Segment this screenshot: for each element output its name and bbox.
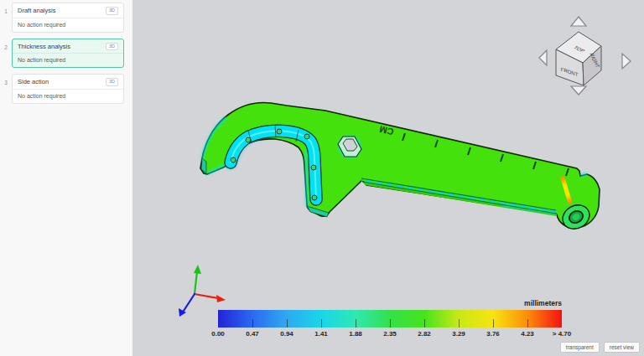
- analysis-card-draft[interactable]: Draft analysis 3D No action required: [12, 3, 124, 33]
- transparent-button[interactable]: transparent: [560, 342, 600, 353]
- part-model[interactable]: CM: [200, 103, 600, 234]
- legend-label: 1.41: [314, 330, 328, 338]
- analysis-status: No action required: [13, 18, 123, 32]
- analysis-title: Thickness analysis: [18, 43, 70, 50]
- legend-tick: [527, 319, 528, 328]
- rotate-down-button[interactable]: [571, 86, 586, 95]
- legend-label: 0.00: [211, 330, 225, 338]
- analysis-sidebar: 1 Draft analysis 3D No action required 2…: [0, 0, 132, 356]
- legend-label: 3.76: [486, 330, 500, 338]
- 3d-badge: 3D: [106, 7, 118, 15]
- analysis-row-side-action: 3 Side action 3D No action required: [0, 74, 132, 104]
- legend-tick: [459, 319, 460, 328]
- analysis-card-side-action[interactable]: Side action 3D No action required: [12, 74, 124, 104]
- rotate-left-button[interactable]: [539, 50, 547, 65]
- legend-label: 0.47: [246, 330, 259, 338]
- legend-labels: 0.00 0.47 0.94 1.41 1.88 2.35 2.82 3.29 …: [218, 330, 562, 340]
- 3d-viewport[interactable]: CM: [132, 0, 644, 356]
- view-actions: transparent reset view: [560, 342, 640, 353]
- view-cube[interactable]: TOP FRONT RIGHT: [538, 10, 639, 99]
- analysis-title: Side action: [18, 78, 49, 85]
- analysis-status: No action required: [13, 54, 123, 67]
- thickness-legend: millimeters 0.00 0.47 0.94 1.41 1.88 2.3…: [218, 299, 562, 340]
- legend-label: 1.88: [349, 330, 362, 338]
- legend-gradient-bar: [218, 310, 562, 328]
- legend-label: > 4.70: [553, 330, 571, 338]
- legend-label: 2.82: [418, 330, 431, 338]
- legend-unit-label: millimeters: [524, 299, 562, 307]
- analysis-card-thickness[interactable]: Thickness analysis 3D No action required: [12, 39, 124, 69]
- analysis-number: 1: [0, 3, 12, 33]
- analysis-row-thickness: 2 Thickness analysis 3D No action requir…: [0, 39, 132, 69]
- 3d-badge: 3D: [106, 43, 118, 51]
- analysis-number: 3: [0, 74, 12, 104]
- legend-tick: [287, 319, 288, 328]
- legend-tick: [424, 319, 425, 328]
- legend-label: 4.23: [521, 330, 534, 338]
- legend-tick: [493, 319, 494, 328]
- analysis-number: 2: [0, 39, 12, 69]
- reset-view-button[interactable]: reset view: [604, 342, 640, 353]
- legend-tick: [356, 319, 356, 328]
- legend-tick: [321, 319, 322, 328]
- analysis-status: No action required: [13, 90, 123, 103]
- analysis-title: Draft analysis: [18, 7, 55, 14]
- legend-tick: [390, 319, 391, 328]
- rotate-up-button[interactable]: [571, 17, 586, 26]
- analysis-row-draft: 1 Draft analysis 3D No action required: [0, 3, 132, 33]
- legend-label: 3.29: [452, 330, 465, 338]
- rotate-right-button[interactable]: [622, 54, 631, 69]
- 3d-badge: 3D: [106, 78, 118, 86]
- legend-label: 0.94: [280, 330, 293, 338]
- legend-label: 2.35: [383, 330, 397, 338]
- legend-tick: [252, 319, 253, 328]
